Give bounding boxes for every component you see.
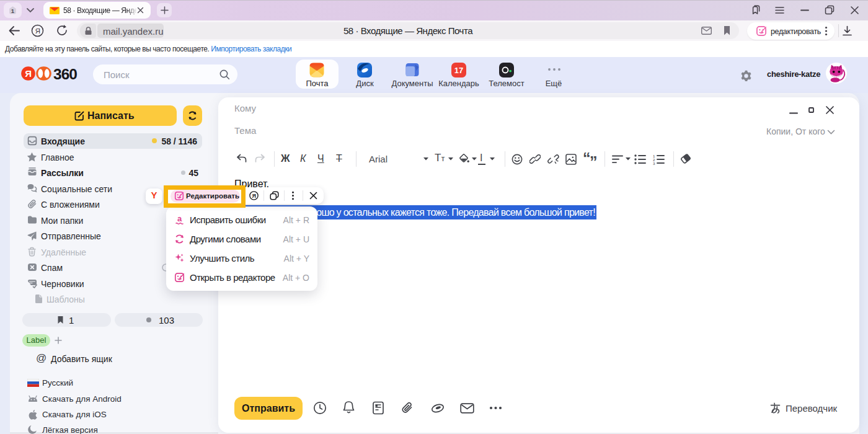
svg-text:360: 360 [53, 66, 77, 81]
svg-text:a: a [177, 215, 182, 223]
svg-text:3: 3 [653, 161, 655, 165]
svg-text:Я: Я [252, 193, 255, 199]
svg-text:1: 1 [11, 7, 15, 14]
svg-text:Я: Я [25, 68, 32, 79]
svg-text:17: 17 [454, 66, 463, 75]
svg-text:Я: Я [35, 27, 40, 35]
